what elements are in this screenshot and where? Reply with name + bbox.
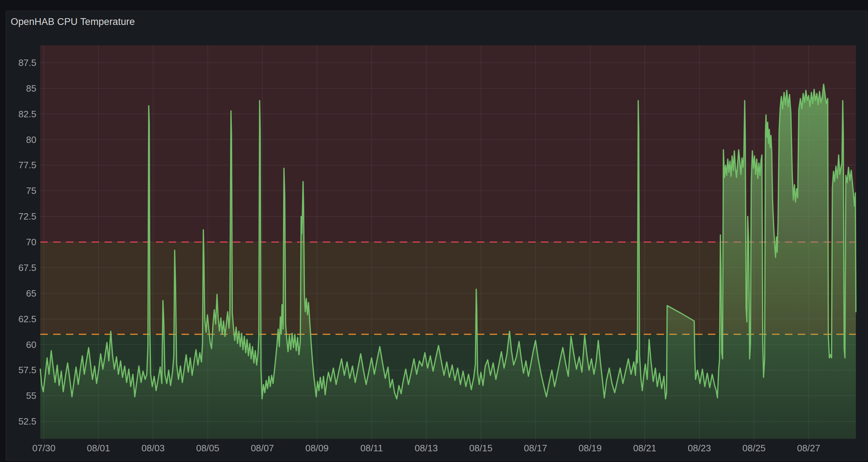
x-axis-tick-label: 08/13	[415, 443, 438, 453]
y-axis-tick-label: 55	[26, 390, 36, 401]
x-axis-tick-label: 08/11	[360, 443, 383, 453]
y-axis-tick-label: 62.5	[18, 314, 36, 324]
y-axis-tick-label: 57.5	[18, 365, 36, 375]
y-axis-tick-label: 72.5	[18, 211, 36, 222]
x-axis-tick-label: 08/21	[633, 443, 656, 453]
y-axis-tick-label: 82.5	[18, 109, 36, 119]
y-axis-tick-label: 75	[26, 185, 36, 196]
x-axis-tick-label: 08/03	[142, 443, 165, 453]
x-axis-tick-label: 08/09	[305, 443, 328, 453]
y-axis-tick-label: 77.5	[18, 160, 36, 170]
chart-canvas[interactable]: 52.55557.56062.56567.57072.57577.58082.5…	[0, 0, 868, 462]
y-axis-tick-label: 85	[26, 83, 36, 94]
y-axis-tick-label: 87.5	[18, 57, 36, 68]
x-axis-tick-label: 08/05	[196, 443, 219, 453]
x-axis-tick-label: 08/23	[688, 443, 711, 453]
y-axis-tick-label: 65	[26, 288, 36, 299]
y-axis-tick-label: 70	[26, 237, 36, 247]
x-axis-tick-label: 08/01	[87, 443, 110, 453]
x-axis-tick-label: 08/07	[251, 443, 274, 453]
grafana-dashboard: OpenHAB CPU Temperature 52.55557.56062.5…	[0, 0, 868, 462]
x-axis-tick-label: 08/17	[524, 443, 547, 453]
y-axis-tick-label: 80	[26, 134, 36, 145]
time-series-chart: 52.55557.56062.56567.57072.57577.58082.5…	[0, 0, 868, 462]
x-axis-tick-label: 08/27	[797, 443, 820, 453]
x-axis-tick-label: 07/30	[32, 443, 55, 453]
y-axis-tick-label: 52.5	[18, 416, 36, 427]
y-axis-tick-label: 60	[26, 339, 36, 350]
y-axis-tick-label: 67.5	[18, 262, 36, 273]
x-axis-tick-label: 08/25	[742, 443, 766, 453]
x-axis-tick-label: 08/19	[578, 443, 602, 453]
x-axis-tick-label: 08/15	[469, 443, 492, 453]
